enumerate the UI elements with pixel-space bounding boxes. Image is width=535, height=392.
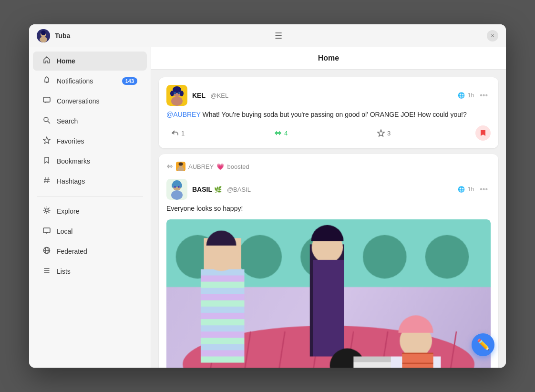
post1-bookmark-button[interactable] — [475, 125, 491, 141]
sidebar-item-conversations[interactable]: Conversations — [33, 92, 147, 111]
feed: KEL @KEL 🌐 1h ••• — [151, 70, 506, 368]
post2-meta: BASIL 🌿 @BASIL 🌐 1h ••• — [192, 184, 491, 195]
post1-content: @AUBREY What! You're buying soda but you… — [166, 110, 491, 120]
post1-time-row: 🌐 1h ••• — [458, 90, 491, 101]
svg-point-37 — [171, 190, 183, 200]
post1-username: KEL — [192, 92, 206, 99]
sidebar-item-lists[interactable]: Lists — [33, 262, 147, 281]
svg-point-29 — [175, 93, 175, 93]
sidebar-item-home[interactable]: Home — [33, 52, 147, 71]
lists-icon — [42, 267, 51, 276]
post2-content: Everyone looks so happy! — [166, 204, 491, 214]
sidebar-divider — [37, 196, 143, 196]
svg-point-23 — [171, 96, 183, 106]
sidebar: Home Notifications 143 — [29, 47, 151, 368]
post1-more-icon[interactable]: ••• — [477, 90, 491, 101]
post2-identity: BASIL 🌿 @BASIL — [192, 185, 251, 194]
post2-booster-avatar — [176, 162, 185, 171]
conversations-icon — [42, 96, 51, 106]
post1-reply-button[interactable]: 1 — [166, 127, 189, 139]
sidebar-item-explore[interactable]: Explore — [33, 202, 147, 221]
explore-label: Explore — [57, 207, 79, 215]
federated-icon — [42, 247, 51, 256]
sidebar-item-favorites[interactable]: Favorites — [33, 132, 147, 151]
svg-point-2 — [40, 37, 47, 42]
favorites-label: Favorites — [57, 137, 84, 145]
favorites-icon — [42, 136, 51, 146]
post2-text: Everyone looks so happy! — [166, 205, 243, 212]
post1-star-count: 3 — [387, 130, 391, 137]
post1-meta: KEL @KEL 🌐 1h ••• — [192, 90, 491, 101]
post2-username: BASIL — [192, 186, 212, 193]
boost-icon — [274, 129, 282, 137]
sidebar-item-local[interactable]: Local — [33, 222, 147, 241]
titlebar: Tuba ☰ × — [29, 24, 506, 47]
svg-line-6 — [48, 121, 50, 124]
conversations-label: Conversations — [57, 97, 100, 105]
search-label: Search — [57, 117, 78, 125]
star-icon — [377, 129, 385, 137]
hashtags-label: Hashtags — [57, 177, 85, 185]
sidebar-item-bookmarks[interactable]: Bookmarks — [33, 152, 147, 171]
main-wrapper: Home — [151, 47, 506, 368]
hashtags-icon — [42, 176, 51, 186]
svg-point-30 — [178, 93, 179, 93]
search-icon — [42, 116, 51, 126]
svg-point-34 — [179, 163, 183, 166]
post2-emoji: 🌿 — [214, 186, 222, 193]
federated-label: Federated — [57, 248, 87, 255]
post1-avatar — [166, 85, 187, 106]
menu-icon[interactable]: ☰ — [275, 31, 282, 41]
post2-boost-header: AUBREY 💗 boosted — [166, 162, 491, 175]
app-title: Tuba — [55, 32, 70, 40]
svg-rect-12 — [43, 228, 50, 233]
sidebar-item-federated[interactable]: Federated — [33, 242, 147, 261]
bookmarks-icon — [42, 156, 51, 166]
post-card-2: AUBREY 💗 boosted — [159, 154, 498, 368]
post1-actions: 1 4 — [166, 125, 491, 141]
post1-star-button[interactable]: 3 — [372, 127, 395, 139]
bookmarks-label: Bookmarks — [57, 157, 90, 165]
svg-point-3 — [41, 31, 46, 35]
svg-point-43 — [175, 186, 175, 187]
svg-line-7 — [45, 177, 45, 183]
post1-handle: @KEL — [210, 92, 228, 99]
notifications-label: Notifications — [57, 77, 93, 85]
post2-handle: @BASIL — [227, 186, 251, 193]
reply-icon — [171, 129, 179, 137]
post2-more-icon[interactable]: ••• — [477, 184, 491, 195]
compose-icon: ✏️ — [477, 339, 490, 351]
post1-text: What! You're buying soda but you're pass… — [201, 111, 467, 118]
home-label: Home — [57, 57, 75, 65]
post2-booster-name: AUBREY — [188, 163, 214, 170]
sidebar-item-notifications[interactable]: Notifications 143 — [33, 72, 147, 91]
compose-button[interactable]: ✏️ — [472, 333, 494, 356]
local-label: Local — [57, 227, 72, 235]
sidebar-item-hashtags[interactable]: Hashtags — [33, 172, 147, 191]
content-header: Home — [151, 47, 506, 70]
post2-user-row: BASIL 🌿 @BASIL 🌐 1h ••• — [192, 184, 491, 195]
post1-user-row: KEL @KEL 🌐 1h ••• — [192, 90, 491, 101]
boost-arrow-icon — [166, 163, 173, 170]
svg-line-8 — [48, 177, 48, 183]
home-icon — [42, 56, 51, 66]
post2-header: BASIL 🌿 @BASIL 🌐 1h ••• — [166, 179, 491, 200]
post1-time: 1h — [468, 92, 474, 99]
titlebar-left: Tuba — [37, 29, 70, 42]
lists-label: Lists — [57, 268, 71, 275]
post1-mention[interactable]: @AUBREY — [166, 111, 201, 118]
app-body: Home Notifications 143 — [29, 47, 506, 368]
notifications-badge: 143 — [122, 77, 137, 85]
post1-reply-count: 1 — [181, 130, 185, 137]
post1-boost-button[interactable]: 4 — [269, 127, 292, 139]
sidebar-item-search[interactable]: Search — [33, 112, 147, 131]
svg-point-24 — [173, 86, 181, 93]
explore-icon — [42, 206, 51, 216]
svg-point-11 — [45, 209, 48, 212]
notifications-icon — [42, 76, 51, 86]
close-button[interactable]: × — [487, 30, 498, 41]
post1-globe-icon: 🌐 — [458, 92, 465, 99]
post2-boost-heart: 💗 — [216, 163, 224, 170]
post1-boost-count: 4 — [284, 130, 288, 137]
main-content: Home — [151, 47, 506, 368]
